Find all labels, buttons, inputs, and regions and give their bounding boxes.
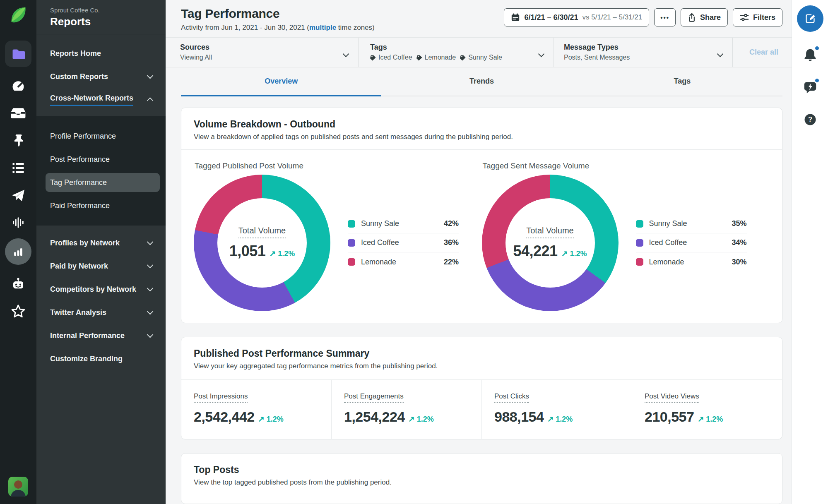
tag-chip-label: Lemonade [425,54,456,61]
notifications-button[interactable] [801,46,819,64]
sidebar-item-paid-by-network[interactable]: Paid by Network [36,254,166,278]
trend-badge: ↗ 1.2% [697,414,723,424]
tab-overview[interactable]: Overview [181,67,381,96]
chevron-down-icon [147,285,154,291]
ellipsis-icon: ••• [660,14,669,21]
subtitle-text: Activity from Jun 1, 2021 - Jun 30, 2021… [181,24,309,31]
utility-rail: ? [792,0,828,504]
legend-row: Iced Coffee 36% [348,233,459,252]
sidebar-item-post-performance[interactable]: Post Performance [36,148,166,171]
date-range-value: 6/1/21 – 6/30/21 [524,13,578,22]
app-window: Sprout Coffee Co. Reports Reports Home C… [0,0,828,504]
trend-badge: ↗ 1.2% [258,414,284,424]
tab-tags[interactable]: Tags [582,67,782,96]
user-avatar[interactable] [8,477,28,497]
rail-item-dashboard[interactable] [10,78,26,94]
sidebar-item-customize-branding[interactable]: Customize Branding [36,347,166,370]
question-mark-icon: ? [803,112,818,127]
trend-badge: ↗ 1.2% [408,414,434,424]
total-volume-label: Total Volume [238,226,286,238]
published-post-volume-chart: Tagged Published Post Volume Total Volum… [194,154,482,311]
rail-item-plan[interactable] [5,41,31,67]
rail-item-favorites[interactable] [10,303,26,319]
metric-label[interactable]: Post Impressions [194,392,248,403]
metric-label[interactable]: Post Engagements [344,392,404,403]
tab-trends[interactable]: Trends [381,67,582,96]
tags-filter[interactable]: Tags Iced Coffee Lemonade Sunny Sale [359,38,554,67]
share-label: Share [700,13,721,22]
legend-label: Iced Coffee [649,238,732,247]
message-types-filter[interactable]: Message Types Posts, Sent Messages [554,38,733,67]
sidebar-header: Sprout Coffee Co. Reports [36,0,166,34]
trend-up-icon: ↗ [697,415,704,423]
share-button[interactable]: Share [681,8,728,26]
metric-label[interactable]: Post Clicks [494,392,529,403]
share-icon [688,13,696,22]
filter-bar: Sources Viewing All Tags Iced Coffee Lem… [166,37,792,67]
legend-value: 42% [444,219,459,228]
post-performance-summary-card: Published Post Performance Summary View … [181,337,782,439]
rail-item-queue[interactable] [10,160,26,176]
filters-label: Filters [753,13,775,22]
multiple-timezones-link[interactable]: multiple [309,24,336,31]
notification-dot [814,45,820,51]
report-content: Volume Breakdown - Outbound View a break… [166,96,792,504]
metric-value: 988,154 [494,409,544,425]
help-button[interactable]: ? [801,110,819,129]
svg-text:?: ? [808,115,812,123]
card-subtitle: View a breakdown of applied tags on publ… [194,133,770,141]
rail-item-inbox[interactable] [10,105,26,122]
sidebar-item-reports-home[interactable]: Reports Home [36,42,166,65]
star-icon [11,304,26,319]
sidebar-item-competitors-by-network[interactable]: Competitors by Network [36,278,166,301]
donut-chart-sent-messages[interactable]: Total Volume 54,221 ↗ 1.2% [482,175,619,311]
rail-item-publishing[interactable] [10,132,26,149]
more-options-button[interactable]: ••• [654,8,676,26]
donut-chart-published[interactable]: Total Volume 1,051 ↗ 1.2% [194,175,330,311]
rail-item-automation[interactable] [10,276,26,292]
rail-item-send[interactable] [10,187,26,204]
sidebar-item-label: Profiles by Network [50,239,120,247]
clear-all-button[interactable]: Clear all [733,38,792,67]
sidebar-item-profiles-by-network[interactable]: Profiles by Network [36,231,166,254]
whats-new-button[interactable] [801,78,819,96]
sidebar-item-custom-reports[interactable]: Custom Reports [36,65,166,88]
rail-item-reports-active[interactable] [5,238,31,265]
legend-label: Lemonade [361,258,444,266]
cross-network-submenu: Profile Performance Post Performance Tag… [36,116,166,226]
date-compare-value: vs 5/1/21 – 5/31/21 [582,13,643,22]
sprout-logo-icon[interactable] [9,6,27,24]
chevron-down-icon [147,308,154,314]
tag-chip: Iced Coffee [370,54,412,61]
filters-button[interactable]: Filters [733,8,782,26]
rail-item-listening[interactable] [10,214,26,231]
report-tabs: Overview Trends Tags [181,67,782,96]
sidebar-item-paid-performance[interactable]: Paid Performance [36,194,166,217]
chart-legend: Sunny Sale 35% Iced Coffee 34% [636,214,747,271]
tags-label: Tags [370,43,554,52]
legend-row: Iced Coffee 34% [636,233,747,252]
compose-button[interactable] [797,5,823,32]
tag-chip-label: Iced Coffee [378,54,412,61]
legend-row: Sunny Sale 42% [348,214,459,233]
sidebar-item-label: Post Performance [50,155,110,164]
legend-value: 30% [732,258,746,266]
sidebar-item-label: Internal Performance [50,331,125,340]
app-rail [0,0,36,504]
sources-filter[interactable]: Sources Viewing All [166,38,359,67]
date-range-button[interactable]: 6/1/21 – 6/30/21 vs 5/1/21 – 5/31/21 [504,8,649,26]
sidebar-item-internal-performance[interactable]: Internal Performance [36,324,166,347]
chevron-down-icon [147,238,154,245]
sidebar-item-twitter-analysis[interactable]: Twitter Analysis [36,301,166,324]
legend-row: Sunny Sale 35% [636,214,747,233]
sliders-icon [740,13,749,22]
gauge-icon [10,78,26,94]
sidebar-item-profile-performance[interactable]: Profile Performance [36,125,166,148]
metric-label[interactable]: Post Video Views [645,392,699,403]
legend-label: Iced Coffee [361,238,444,247]
subtitle-text: time zones) [336,24,375,31]
chevron-down-icon [147,72,154,79]
sidebar-item-cross-network-reports[interactable]: Cross-Network Reports [36,88,166,111]
sidebar-item-tag-performance-active[interactable]: Tag Performance [46,173,160,192]
legend-label: Lemonade [649,258,732,266]
